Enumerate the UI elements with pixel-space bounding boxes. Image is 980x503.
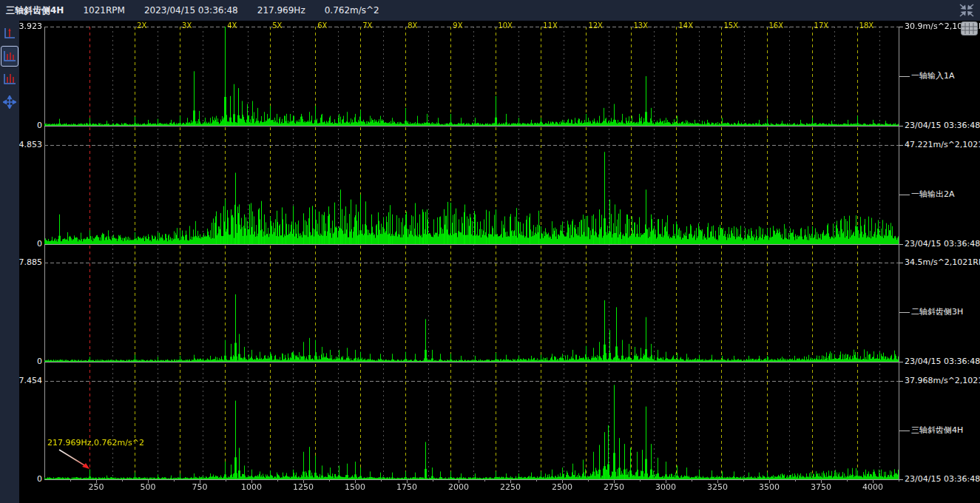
channel-label-4[interactable]: 三轴斜齿侧4H (899, 425, 980, 436)
harmonic-label-12X: 12X (588, 21, 603, 30)
header-cursor-frequency: 217.969Hz (257, 5, 305, 16)
header-datetime: 2023/04/15 03:36:48 (144, 5, 238, 16)
harmonic-label-18X: 18X (859, 21, 874, 30)
header-bar: 三轴斜齿侧4H 1021RPM 2023/04/15 03:36:48 217.… (0, 0, 980, 21)
x-tick-label-3750: 3750 (803, 482, 839, 492)
x-tick-label-2500: 2500 (544, 482, 580, 492)
axis-tick (899, 27, 903, 27)
harmonic-label-3X: 3X (182, 21, 192, 30)
timestamp-label-1: 23/04/15 03:36:48 (899, 121, 980, 131)
harmonic-label-4X: 4X (227, 21, 237, 30)
data-table-icon[interactable] (961, 21, 978, 36)
peak-amplitude-label-2: 47.221m/s^2,1021RPM (899, 140, 980, 150)
callout-line (899, 431, 910, 431)
axis-tick (899, 263, 903, 263)
harmonic-label-10X: 10X (498, 21, 513, 30)
measurement-point-title: 三轴斜齿侧4H (6, 4, 64, 17)
harmonic-label-11X: 11X (543, 21, 558, 30)
y-zero-label-4: 0 (18, 474, 42, 484)
channel-label-1[interactable]: 一轴输入1A (899, 71, 980, 81)
harmonic-label-5X: 5X (272, 21, 282, 30)
axis-tick (899, 145, 903, 146)
left-toolbar (0, 21, 19, 503)
x-tick-label-2250: 2250 (493, 482, 528, 492)
harmonic-label-15X: 15X (723, 21, 738, 30)
tool-harmonic-cursor-spectrum[interactable] (1, 46, 18, 67)
harmonic-label-14X: 14X (678, 21, 693, 30)
timestamp-label-4: 23/04/15 03:36:48 (899, 474, 980, 485)
collapse-window-icon[interactable] (958, 3, 976, 18)
pan-move-icon (3, 95, 16, 109)
header-rpm: 1021RPM (83, 5, 124, 16)
x-tick-label-3250: 3250 (700, 482, 735, 492)
peak-amplitude-label-4: 37.968m/s^2,1021RPM (899, 376, 980, 386)
harmonic-label-16X: 16X (769, 21, 784, 30)
x-tick-label-1500: 1500 (337, 482, 373, 492)
channel-label-3[interactable]: 二轴斜齿侧3H (899, 307, 980, 317)
harmonic-label-8X: 8X (408, 21, 417, 30)
header-cursor-amplitude: 0.762m/s^2 (325, 5, 379, 16)
harmonic-label-7X: 7X (362, 21, 372, 30)
harmonic-label-6X: 6X (317, 21, 327, 30)
x-tick-label-1250: 1250 (285, 482, 321, 492)
axis-tick (899, 126, 903, 126)
harmonic-label-2X: 2X (137, 21, 146, 30)
harmonic-cursor-spectrum-icon (3, 49, 16, 64)
timestamp-label-2: 23/04/15 03:36:48 (899, 239, 980, 249)
tool-single-cursor-spectrum[interactable] (1, 23, 18, 44)
y-max-label-1: 3.923 (18, 21, 42, 31)
y-max-label-3: 7.885 (18, 257, 42, 267)
axis-tick (899, 479, 903, 480)
timestamp-label-3: 23/04/15 03:36:48 (899, 357, 980, 367)
axis-tick (899, 362, 903, 362)
x-tick-label-2000: 2000 (441, 482, 476, 492)
tool-sideband-cursor-spectrum[interactable] (1, 69, 18, 90)
harmonic-label-9X: 9X (453, 21, 462, 30)
sideband-cursor-spectrum-icon (3, 72, 16, 87)
callout-line (899, 312, 910, 313)
vibration-analyzer-window: { "header": { "title": "三轴斜齿侧4H", "rpm":… (0, 0, 980, 503)
cursor-annotation: 217.969Hz,0.762m/s^2 (47, 438, 144, 448)
x-tick-label-2750: 2750 (596, 482, 632, 492)
tool-pan-move[interactable] (1, 92, 18, 112)
channel-label-2[interactable]: 一轴输出2A (899, 189, 980, 200)
x-tick-label-500: 500 (130, 482, 166, 492)
x-tick-label-1000: 1000 (234, 482, 269, 492)
x-tick-label-750: 750 (182, 482, 217, 492)
y-max-label-2: 4.853 (18, 140, 42, 149)
x-tick-label-4000: 4000 (855, 482, 891, 492)
harmonic-label-17X: 17X (814, 21, 829, 30)
axis-tick (899, 381, 903, 382)
callout-line (899, 76, 910, 77)
y-zero-label-2: 0 (18, 239, 42, 249)
y-max-label-4: 7.454 (18, 376, 42, 385)
peak-amplitude-label-3: 34.5m/s^2,1021RPM (899, 257, 980, 268)
x-tick-label-3000: 3000 (648, 482, 683, 492)
single-cursor-spectrum-icon (3, 26, 16, 41)
harmonic-label-13X: 13X (633, 21, 648, 30)
y-zero-label-3: 0 (18, 357, 42, 366)
x-tick-label-1750: 1750 (389, 482, 425, 492)
x-tick-label-250: 250 (78, 482, 114, 492)
spectra-plot-canvas[interactable] (44, 27, 899, 484)
callout-line (899, 195, 910, 195)
axis-tick (899, 244, 903, 245)
y-zero-label-1: 0 (18, 121, 42, 130)
x-tick-label-3500: 3500 (751, 482, 787, 492)
